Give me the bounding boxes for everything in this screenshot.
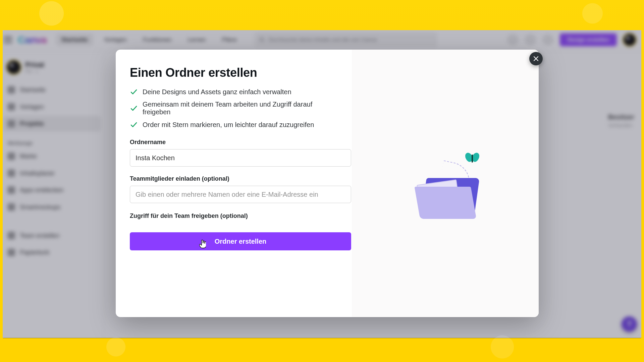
cursor-hand-icon xyxy=(199,240,206,248)
butterfly-icon xyxy=(465,153,480,165)
share-team-label: Zugriff für dein Team freigeben (optiona… xyxy=(130,213,338,220)
folder-front-shape xyxy=(414,187,476,219)
modal-illustration-panel xyxy=(352,50,539,317)
modal-title: Einen Ordner erstellen xyxy=(130,66,338,80)
letterbox-frame: Canva Startseite Vorlagen Funktionen Ler… xyxy=(0,0,644,362)
create-folder-modal: Einen Ordner erstellen Deine Designs und… xyxy=(116,50,539,317)
benefit-item: Deine Designs und Assets ganz einfach ve… xyxy=(130,88,338,96)
create-folder-button[interactable]: Ordner erstellen xyxy=(130,232,351,250)
invite-members-input[interactable] xyxy=(130,186,351,203)
app-viewport: Canva Startseite Vorlagen Funktionen Ler… xyxy=(3,30,641,338)
benefit-text: Gemeinsam mit deinem Team arbeiten und Z… xyxy=(143,101,338,116)
modal-form-panel: Einen Ordner erstellen Deine Designs und… xyxy=(116,50,352,317)
benefit-item: Gemeinsam mit deinem Team arbeiten und Z… xyxy=(130,101,338,116)
folder-name-label: Ordnername xyxy=(130,139,338,146)
folder-illustration xyxy=(405,143,486,224)
benefit-item: Order mit Stern markieren, um leichter d… xyxy=(130,121,338,129)
modal-benefits-list: Deine Designs und Assets ganz einfach ve… xyxy=(130,88,338,129)
invite-members-label: Teammitglieder einladen (optional) xyxy=(130,175,338,182)
check-icon xyxy=(130,104,138,112)
create-folder-button-label: Ordner erstellen xyxy=(215,238,267,245)
check-icon xyxy=(130,121,138,129)
close-icon xyxy=(533,56,539,61)
benefit-text: Deine Designs und Assets ganz einfach ve… xyxy=(143,88,291,96)
folder-name-input[interactable] xyxy=(130,149,351,167)
check-icon xyxy=(130,88,138,96)
benefit-text: Order mit Stern markieren, um leichter d… xyxy=(143,121,314,129)
modal-close-button[interactable] xyxy=(529,52,543,65)
